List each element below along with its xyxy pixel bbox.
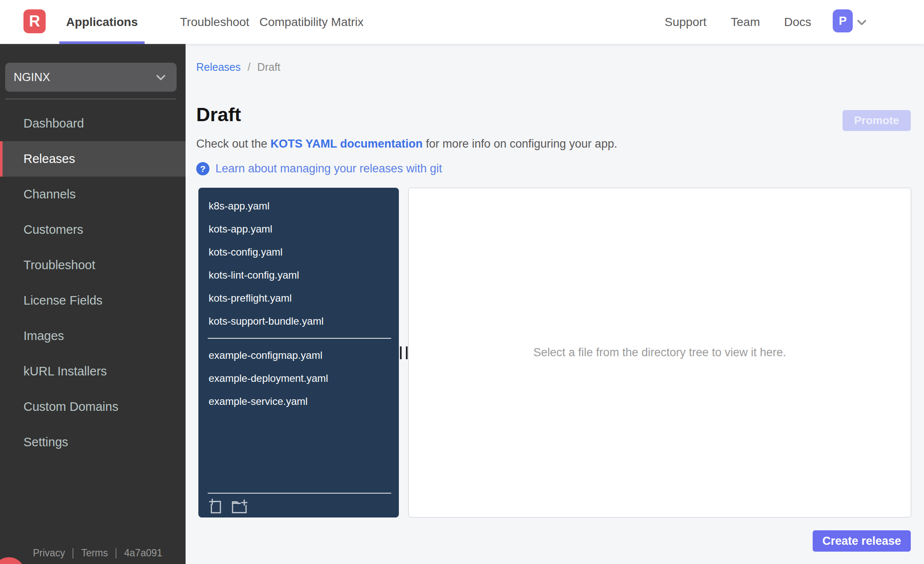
sidebar-item-dashboard[interactable]: Dashboard xyxy=(0,106,186,141)
tab-compatibility-matrix[interactable]: Compatibility Matrix xyxy=(259,0,363,44)
panel-resize-handle[interactable] xyxy=(399,188,408,517)
build-hash: 4a7a091 xyxy=(124,547,163,559)
chevron-down-icon[interactable] xyxy=(854,15,869,29)
git-releases-link[interactable]: ? Learn about managing your releases wit… xyxy=(196,162,442,175)
sidebar-divider xyxy=(5,99,176,99)
sidebar-item-channels[interactable]: Channels xyxy=(0,177,186,212)
add-folder-icon[interactable] xyxy=(232,497,248,514)
chat-bubble[interactable] xyxy=(0,557,25,564)
page-description: Check out the KOTS YAML documentation fo… xyxy=(196,137,617,151)
replicated-logo[interactable]: R xyxy=(23,9,46,33)
file-item[interactable]: kots-preflight.yaml xyxy=(198,287,399,310)
sidebar-item-kurl-installers[interactable]: kURL Installers xyxy=(0,354,186,389)
description-prefix: Check out the xyxy=(196,137,270,150)
sidebar-item-customers[interactable]: Customers xyxy=(0,212,186,247)
create-release-button[interactable]: Create release xyxy=(813,530,911,552)
sidebar-item-custom-domains[interactable]: Custom Domains xyxy=(0,389,186,424)
kots-yaml-docs-link[interactable]: KOTS YAML documentation xyxy=(270,137,423,150)
file-tree-panel: k8s-app.yaml kots-app.yaml kots-config.y… xyxy=(198,188,399,517)
file-viewer-panel: Select a file from the directory tree to… xyxy=(408,188,911,517)
breadcrumb-releases-link[interactable]: Releases xyxy=(196,61,241,73)
app-selector-value: NGINX xyxy=(14,71,154,84)
tab-applications[interactable]: Applications xyxy=(66,0,138,44)
app-sidebar: NGINX Dashboard Releases Channels Custom… xyxy=(0,44,186,564)
page-title: Draft xyxy=(196,104,241,126)
add-file-icon[interactable] xyxy=(209,497,225,514)
footer-separator xyxy=(73,548,73,558)
file-tree-examples-group: example-configmap.yaml example-deploymen… xyxy=(198,344,399,413)
chevron-down-icon xyxy=(154,70,168,84)
help-question-icon: ? xyxy=(196,162,209,175)
breadcrumb-current: Draft xyxy=(257,61,280,73)
resize-grip-bar xyxy=(400,346,402,359)
top-navbar: R Applications Troubleshoot Compatibilit… xyxy=(0,0,924,44)
file-item[interactable]: example-deployment.yaml xyxy=(198,367,399,390)
logo-letter: R xyxy=(29,12,40,30)
file-item[interactable]: kots-config.yaml xyxy=(198,241,399,264)
privacy-link[interactable]: Privacy xyxy=(33,547,65,559)
sidebar-item-troubleshoot[interactable]: Troubleshoot xyxy=(0,247,186,283)
description-suffix: for more info on configuring your app. xyxy=(423,137,617,150)
file-tree-toolbar xyxy=(209,497,248,514)
release-editor-panels: k8s-app.yaml kots-app.yaml kots-config.y… xyxy=(198,188,911,517)
breadcrumb-separator: / xyxy=(247,61,250,73)
file-item[interactable]: kots-support-bundle.yaml xyxy=(198,310,399,333)
file-group-divider xyxy=(208,338,391,339)
sidebar-item-settings[interactable]: Settings xyxy=(0,424,186,460)
file-item[interactable]: kots-lint-config.yaml xyxy=(198,264,399,287)
file-tree-bottom-divider xyxy=(208,493,391,494)
breadcrumb: Releases / Draft xyxy=(196,61,280,73)
git-releases-link-label: Learn about managing your releases with … xyxy=(215,162,442,175)
sidebar-footer: Privacy Terms 4a7a091 xyxy=(33,547,163,559)
app-selector-dropdown[interactable]: NGINX xyxy=(5,63,177,92)
terms-link[interactable]: Terms xyxy=(81,547,108,559)
file-item[interactable]: example-configmap.yaml xyxy=(198,344,399,367)
avatar[interactable]: P xyxy=(833,9,853,32)
footer-separator xyxy=(116,548,116,558)
sidebar-item-images[interactable]: Images xyxy=(0,318,186,354)
file-item[interactable]: kots-app.yaml xyxy=(198,218,399,241)
sidebar-menu: Dashboard Releases Channels Customers Tr… xyxy=(0,106,186,460)
avatar-initial: P xyxy=(839,14,847,28)
link-docs[interactable]: Docs xyxy=(784,0,811,44)
sidebar-item-releases[interactable]: Releases xyxy=(0,141,186,177)
file-item[interactable]: example-service.yaml xyxy=(198,390,399,413)
sidebar-item-license-fields[interactable]: License Fields xyxy=(0,283,186,318)
file-item[interactable]: k8s-app.yaml xyxy=(198,195,399,218)
viewer-placeholder-text: Select a file from the directory tree to… xyxy=(533,346,786,359)
link-team[interactable]: Team xyxy=(731,0,760,44)
tab-troubleshoot[interactable]: Troubleshoot xyxy=(180,0,249,44)
main-content: Releases / Draft Draft Check out the KOT… xyxy=(186,44,924,564)
promote-button[interactable]: Promote xyxy=(843,110,911,131)
file-tree-main-group: k8s-app.yaml kots-app.yaml kots-config.y… xyxy=(198,188,399,333)
link-support[interactable]: Support xyxy=(665,0,706,44)
resize-grip-bar xyxy=(406,346,408,359)
